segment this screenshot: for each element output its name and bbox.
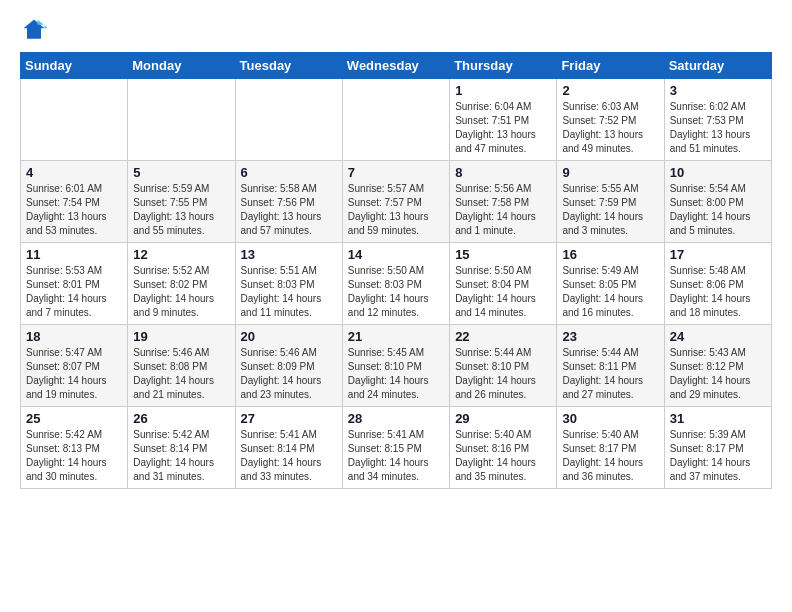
day-number: 22 [455, 329, 551, 344]
day-number: 1 [455, 83, 551, 98]
calendar-cell: 1Sunrise: 6:04 AMSunset: 7:51 PMDaylight… [450, 79, 557, 161]
day-number: 13 [241, 247, 337, 262]
day-number: 16 [562, 247, 658, 262]
calendar-week-5: 25Sunrise: 5:42 AMSunset: 8:13 PMDayligh… [21, 407, 772, 489]
day-info: Sunrise: 5:42 AMSunset: 8:13 PMDaylight:… [26, 428, 122, 484]
calendar-week-3: 11Sunrise: 5:53 AMSunset: 8:01 PMDayligh… [21, 243, 772, 325]
day-info: Sunrise: 5:47 AMSunset: 8:07 PMDaylight:… [26, 346, 122, 402]
day-number: 31 [670, 411, 766, 426]
day-header-sunday: Sunday [21, 53, 128, 79]
day-number: 23 [562, 329, 658, 344]
day-info: Sunrise: 6:02 AMSunset: 7:53 PMDaylight:… [670, 100, 766, 156]
day-number: 18 [26, 329, 122, 344]
day-number: 4 [26, 165, 122, 180]
day-info: Sunrise: 5:46 AMSunset: 8:09 PMDaylight:… [241, 346, 337, 402]
day-number: 2 [562, 83, 658, 98]
day-info: Sunrise: 5:56 AMSunset: 7:58 PMDaylight:… [455, 182, 551, 238]
day-info: Sunrise: 5:42 AMSunset: 8:14 PMDaylight:… [133, 428, 229, 484]
day-info: Sunrise: 5:58 AMSunset: 7:56 PMDaylight:… [241, 182, 337, 238]
day-info: Sunrise: 5:45 AMSunset: 8:10 PMDaylight:… [348, 346, 444, 402]
day-info: Sunrise: 5:40 AMSunset: 8:17 PMDaylight:… [562, 428, 658, 484]
day-info: Sunrise: 5:54 AMSunset: 8:00 PMDaylight:… [670, 182, 766, 238]
calendar-cell: 23Sunrise: 5:44 AMSunset: 8:11 PMDayligh… [557, 325, 664, 407]
day-number: 10 [670, 165, 766, 180]
calendar-cell: 28Sunrise: 5:41 AMSunset: 8:15 PMDayligh… [342, 407, 449, 489]
day-info: Sunrise: 5:50 AMSunset: 8:04 PMDaylight:… [455, 264, 551, 320]
calendar-cell: 10Sunrise: 5:54 AMSunset: 8:00 PMDayligh… [664, 161, 771, 243]
calendar-cell: 31Sunrise: 5:39 AMSunset: 8:17 PMDayligh… [664, 407, 771, 489]
calendar-cell: 13Sunrise: 5:51 AMSunset: 8:03 PMDayligh… [235, 243, 342, 325]
day-info: Sunrise: 5:46 AMSunset: 8:08 PMDaylight:… [133, 346, 229, 402]
day-info: Sunrise: 5:50 AMSunset: 8:03 PMDaylight:… [348, 264, 444, 320]
calendar-cell: 16Sunrise: 5:49 AMSunset: 8:05 PMDayligh… [557, 243, 664, 325]
day-info: Sunrise: 5:44 AMSunset: 8:10 PMDaylight:… [455, 346, 551, 402]
day-number: 21 [348, 329, 444, 344]
calendar-cell: 27Sunrise: 5:41 AMSunset: 8:14 PMDayligh… [235, 407, 342, 489]
calendar-cell: 12Sunrise: 5:52 AMSunset: 8:02 PMDayligh… [128, 243, 235, 325]
day-info: Sunrise: 5:48 AMSunset: 8:06 PMDaylight:… [670, 264, 766, 320]
day-number: 14 [348, 247, 444, 262]
day-number: 12 [133, 247, 229, 262]
calendar-cell: 26Sunrise: 5:42 AMSunset: 8:14 PMDayligh… [128, 407, 235, 489]
day-number: 3 [670, 83, 766, 98]
day-info: Sunrise: 5:55 AMSunset: 7:59 PMDaylight:… [562, 182, 658, 238]
day-info: Sunrise: 5:59 AMSunset: 7:55 PMDaylight:… [133, 182, 229, 238]
day-number: 25 [26, 411, 122, 426]
calendar-cell: 22Sunrise: 5:44 AMSunset: 8:10 PMDayligh… [450, 325, 557, 407]
calendar-cell: 4Sunrise: 6:01 AMSunset: 7:54 PMDaylight… [21, 161, 128, 243]
calendar-week-2: 4Sunrise: 6:01 AMSunset: 7:54 PMDaylight… [21, 161, 772, 243]
calendar-cell: 19Sunrise: 5:46 AMSunset: 8:08 PMDayligh… [128, 325, 235, 407]
calendar-cell: 5Sunrise: 5:59 AMSunset: 7:55 PMDaylight… [128, 161, 235, 243]
calendar-cell: 15Sunrise: 5:50 AMSunset: 8:04 PMDayligh… [450, 243, 557, 325]
calendar-cell: 3Sunrise: 6:02 AMSunset: 7:53 PMDaylight… [664, 79, 771, 161]
day-info: Sunrise: 5:44 AMSunset: 8:11 PMDaylight:… [562, 346, 658, 402]
day-info: Sunrise: 5:49 AMSunset: 8:05 PMDaylight:… [562, 264, 658, 320]
calendar-cell: 9Sunrise: 5:55 AMSunset: 7:59 PMDaylight… [557, 161, 664, 243]
calendar-cell: 7Sunrise: 5:57 AMSunset: 7:57 PMDaylight… [342, 161, 449, 243]
day-header-saturday: Saturday [664, 53, 771, 79]
day-info: Sunrise: 5:39 AMSunset: 8:17 PMDaylight:… [670, 428, 766, 484]
day-number: 17 [670, 247, 766, 262]
calendar-cell: 30Sunrise: 5:40 AMSunset: 8:17 PMDayligh… [557, 407, 664, 489]
logo [20, 16, 52, 44]
day-number: 8 [455, 165, 551, 180]
calendar-cell: 21Sunrise: 5:45 AMSunset: 8:10 PMDayligh… [342, 325, 449, 407]
day-info: Sunrise: 5:41 AMSunset: 8:15 PMDaylight:… [348, 428, 444, 484]
calendar-cell: 25Sunrise: 5:42 AMSunset: 8:13 PMDayligh… [21, 407, 128, 489]
calendar-cell: 24Sunrise: 5:43 AMSunset: 8:12 PMDayligh… [664, 325, 771, 407]
day-info: Sunrise: 6:01 AMSunset: 7:54 PMDaylight:… [26, 182, 122, 238]
day-info: Sunrise: 5:53 AMSunset: 8:01 PMDaylight:… [26, 264, 122, 320]
day-number: 5 [133, 165, 229, 180]
day-number: 20 [241, 329, 337, 344]
day-info: Sunrise: 5:41 AMSunset: 8:14 PMDaylight:… [241, 428, 337, 484]
day-info: Sunrise: 5:52 AMSunset: 8:02 PMDaylight:… [133, 264, 229, 320]
day-header-tuesday: Tuesday [235, 53, 342, 79]
day-info: Sunrise: 5:51 AMSunset: 8:03 PMDaylight:… [241, 264, 337, 320]
day-header-thursday: Thursday [450, 53, 557, 79]
day-number: 6 [241, 165, 337, 180]
calendar-table: SundayMondayTuesdayWednesdayThursdayFrid… [20, 52, 772, 489]
calendar-cell: 18Sunrise: 5:47 AMSunset: 8:07 PMDayligh… [21, 325, 128, 407]
day-info: Sunrise: 5:40 AMSunset: 8:16 PMDaylight:… [455, 428, 551, 484]
day-info: Sunrise: 5:57 AMSunset: 7:57 PMDaylight:… [348, 182, 444, 238]
day-number: 19 [133, 329, 229, 344]
day-number: 15 [455, 247, 551, 262]
day-number: 29 [455, 411, 551, 426]
calendar-cell [21, 79, 128, 161]
day-header-wednesday: Wednesday [342, 53, 449, 79]
calendar-cell: 29Sunrise: 5:40 AMSunset: 8:16 PMDayligh… [450, 407, 557, 489]
day-number: 28 [348, 411, 444, 426]
day-info: Sunrise: 6:03 AMSunset: 7:52 PMDaylight:… [562, 100, 658, 156]
day-info: Sunrise: 6:04 AMSunset: 7:51 PMDaylight:… [455, 100, 551, 156]
day-number: 26 [133, 411, 229, 426]
calendar-week-4: 18Sunrise: 5:47 AMSunset: 8:07 PMDayligh… [21, 325, 772, 407]
day-number: 7 [348, 165, 444, 180]
calendar-cell: 11Sunrise: 5:53 AMSunset: 8:01 PMDayligh… [21, 243, 128, 325]
calendar-cell: 14Sunrise: 5:50 AMSunset: 8:03 PMDayligh… [342, 243, 449, 325]
calendar-cell [342, 79, 449, 161]
calendar-cell [128, 79, 235, 161]
day-number: 27 [241, 411, 337, 426]
logo-icon [20, 16, 48, 44]
calendar-cell: 6Sunrise: 5:58 AMSunset: 7:56 PMDaylight… [235, 161, 342, 243]
calendar-week-1: 1Sunrise: 6:04 AMSunset: 7:51 PMDaylight… [21, 79, 772, 161]
